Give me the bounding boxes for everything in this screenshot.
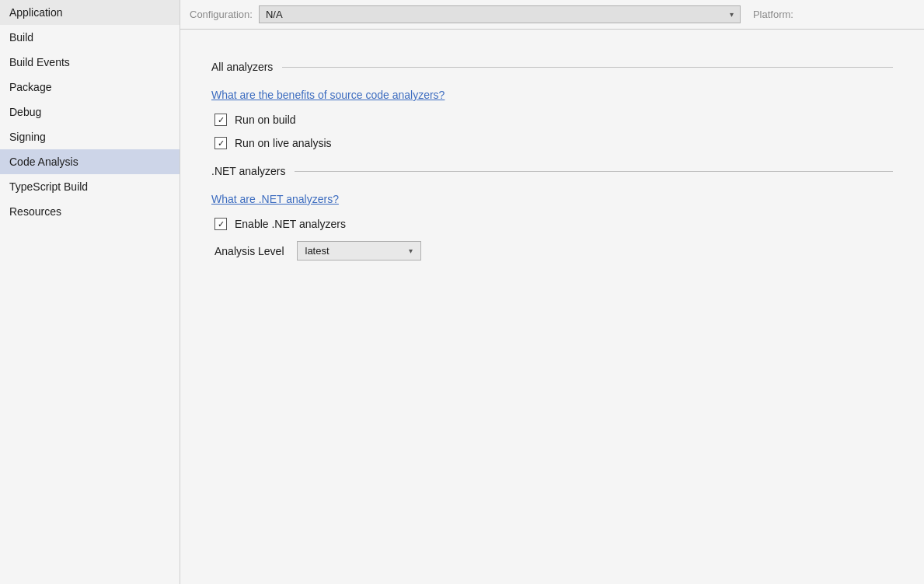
content-area: All analyzers What are the benefits of s… [180,30,924,584]
run-on-build-row: ✓ Run on build [214,114,893,126]
analysis-level-dropdown[interactable]: latest ▾ [297,241,421,261]
configuration-value: N/A [266,9,283,20]
run-on-build-label: Run on build [235,114,296,126]
net-analyzers-header: .NET analyzers [211,165,893,177]
analysis-level-label: Analysis Level [214,245,284,257]
enable-net-row: ✓ Enable .NET analyzers [214,218,893,230]
sidebar-item-package[interactable]: Package [0,75,180,100]
run-on-live-label: Run on live analysis [235,137,332,149]
configuration-dropdown[interactable]: N/A ▾ [259,5,741,23]
enable-net-checkbox[interactable]: ✓ [214,218,227,230]
platform-label: Platform: [753,9,793,20]
run-on-build-checkbox[interactable]: ✓ [214,114,227,126]
analysis-level-row: Analysis Level latest ▾ [214,241,893,261]
analysis-level-arrow: ▾ [409,247,413,255]
net-analyzers-title: .NET analyzers [211,165,285,177]
configuration-label: Configuration: [190,9,253,20]
all-analyzers-line [282,67,893,68]
sidebar-item-build[interactable]: Build [0,25,180,50]
run-on-build-checkmark: ✓ [218,116,225,124]
sidebar-item-signing[interactable]: Signing [0,124,180,149]
top-bar: Configuration: N/A ▾ Platform: [180,0,924,30]
sidebar-item-resources[interactable]: Resources [0,199,180,224]
config-dropdown-arrow: ▾ [730,10,734,19]
all-analyzers-link[interactable]: What are the benefits of source code ana… [211,89,445,101]
net-analyzers-line [295,171,893,172]
enable-net-checkmark: ✓ [218,220,225,229]
run-on-live-checkbox[interactable]: ✓ [214,137,227,149]
run-on-live-row: ✓ Run on live analysis [214,137,893,149]
sidebar-item-typescript-build[interactable]: TypeScript Build [0,174,180,199]
sidebar-item-debug[interactable]: Debug [0,100,180,124]
sidebar-item-application[interactable]: Application [0,0,180,25]
net-analyzers-link[interactable]: What are .NET analyzers? [211,193,339,205]
sidebar-item-build-events[interactable]: Build Events [0,50,180,75]
all-analyzers-header: All analyzers [211,61,893,73]
analysis-level-value: latest [305,245,330,257]
enable-net-label: Enable .NET analyzers [235,218,346,230]
sidebar: ApplicationBuildBuild EventsPackageDebug… [0,0,180,584]
all-analyzers-title: All analyzers [211,61,273,73]
sidebar-item-code-analysis[interactable]: Code Analysis [0,149,180,174]
run-on-live-checkmark: ✓ [218,139,225,148]
main-panel: Configuration: N/A ▾ Platform: All analy… [180,0,924,584]
